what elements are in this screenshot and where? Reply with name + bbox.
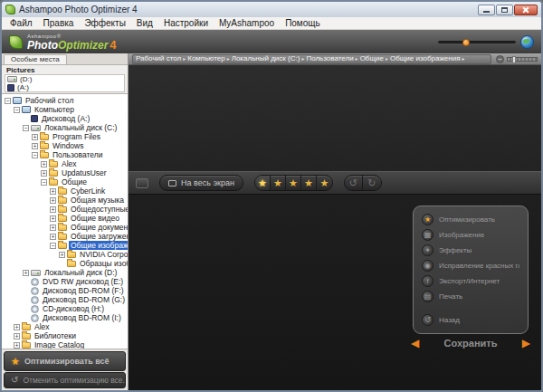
main-area: Рабочий стол▸Компьютер▸Локальный диск (C… [129, 53, 541, 390]
right-menu-item-effects[interactable]: ✦Эффекты [414, 243, 528, 258]
breadcrumb-item-1[interactable]: Компьютер [187, 54, 224, 63]
tree-expander-icon[interactable]: + [41, 170, 47, 177]
star-rating-button-5[interactable]: ★ [317, 175, 332, 191]
tree-expander-icon[interactable]: − [41, 179, 47, 186]
tree-item[interactable]: −Рабочий стол [2, 96, 128, 105]
globe-icon[interactable] [520, 35, 534, 49]
menu-item-0[interactable]: Файл [5, 17, 38, 30]
breadcrumb-arrow-icon: ▸ [386, 54, 388, 63]
tree-expander-icon[interactable]: − [5, 98, 11, 104]
breadcrumb-item-0[interactable]: Рабочий стол [136, 54, 181, 63]
rotate-right-button[interactable]: ↻ [363, 175, 381, 191]
right-menu-item-red-eye[interactable]: ◉Исправление красных глаз [414, 258, 528, 273]
tree-expander-icon[interactable]: − [50, 243, 56, 249]
tree-expander-icon[interactable]: + [50, 234, 56, 240]
tree-item[interactable]: +Локальный диск (D:) [2, 268, 128, 277]
tree-item[interactable]: +Image Catalog [2, 340, 128, 349]
breadcrumb-item-4[interactable]: Общие [360, 54, 384, 63]
breadcrumb-item-3[interactable]: Пользователи [306, 54, 353, 63]
tree-expander-icon[interactable]: + [50, 197, 56, 204]
fullscreen-button[interactable]: На весь экран [159, 175, 243, 191]
tree-expander-icon[interactable]: + [32, 134, 38, 140]
menu-item-5[interactable]: MyAshampoo [214, 17, 280, 30]
save-button[interactable]: Сохранить [444, 338, 498, 349]
tree-expander-icon[interactable]: + [50, 206, 56, 213]
tree-item[interactable]: +Alex [2, 159, 128, 168]
tree-expander-icon[interactable]: + [50, 188, 56, 195]
rotate-left-button[interactable]: ↺ [345, 175, 363, 191]
tree-item[interactable]: −Пользователи [2, 150, 128, 159]
star-rating-button-1[interactable]: ★ [255, 175, 271, 191]
tree-expander-icon[interactable]: + [41, 161, 47, 167]
tree-item[interactable]: +NVIDIA Corporation [2, 250, 128, 259]
tree-expander-icon[interactable]: + [50, 225, 56, 231]
tree-item[interactable]: DVD RW дисковод (E:) [2, 277, 128, 286]
tree-item[interactable]: +Библиотеки [2, 331, 128, 340]
image-mode-icon[interactable] [136, 178, 148, 188]
tab-special-places[interactable]: Особые места [4, 54, 67, 64]
tree-item[interactable]: −Локальный диск (C:) [2, 123, 128, 132]
tree-item[interactable]: −Общие изображения [2, 241, 128, 250]
folder-tree: −Рабочий стол−КомпьютерДисковод (A:)−Лок… [2, 94, 128, 349]
tree-item[interactable]: −Общие [2, 177, 128, 186]
tree-item[interactable]: Дисковод BD-ROM (I:) [2, 313, 128, 322]
zoom-slider-thumb[interactable] [512, 56, 516, 63]
tree-expander-icon[interactable]: − [14, 107, 20, 113]
previous-image-button[interactable]: ◀ [411, 338, 419, 349]
undo-all-button[interactable]: ↺ Отменить оптимизацию все... [4, 372, 126, 388]
favorite-item[interactable]: (D:) [7, 75, 122, 83]
tree-item[interactable]: +Windows [2, 141, 128, 150]
right-menu-item-export[interactable]: fЭкспорт/Интернет [414, 273, 528, 289]
right-menu-item-print[interactable]: ▤Печать [414, 289, 528, 304]
maximize-button[interactable] [496, 5, 513, 15]
tree-item[interactable]: +UpdatusUser [2, 168, 128, 177]
right-menu-label: Эффекты [439, 246, 472, 254]
menu-item-2[interactable]: Эффекты [79, 17, 130, 30]
tree-item[interactable]: Дисковод BD-ROM (G:) [2, 295, 128, 304]
tree-expander-icon[interactable]: + [50, 215, 56, 222]
tree-expander-icon[interactable]: + [23, 270, 29, 276]
tree-item[interactable]: Дисковод (A:) [2, 114, 128, 123]
tree-item[interactable]: +Общие загруженные [2, 232, 128, 241]
tree-item[interactable]: Дисковод BD-ROM (F:) [2, 286, 128, 295]
star-rating-button-2[interactable]: ★ [271, 175, 286, 191]
right-menu-item-star[interactable]: ★Оптимизировать [414, 212, 528, 227]
tree-item[interactable]: +Program Files [2, 132, 128, 141]
tree-expander-icon[interactable]: + [32, 143, 38, 149]
optimize-all-button[interactable]: ★ Оптимизировать всё [4, 351, 126, 371]
menu-item-3[interactable]: Вид [131, 17, 158, 30]
menu-item-4[interactable]: Настройки [158, 17, 214, 30]
tree-item[interactable]: +Alex [2, 322, 128, 331]
minimize-button[interactable] [478, 5, 495, 15]
tree-item[interactable]: −Компьютер [2, 105, 128, 114]
header-slider-thumb[interactable] [462, 39, 470, 46]
tree-expander-icon[interactable]: − [23, 125, 29, 131]
favorite-item[interactable]: (A:) [7, 83, 122, 91]
next-image-button[interactable]: ▶ [522, 338, 530, 349]
star-rating-button-4[interactable]: ★ [301, 175, 317, 191]
tree-item[interactable]: Образцы изобра... [2, 259, 128, 268]
close-button[interactable] [514, 5, 538, 15]
tree-expander-icon[interactable]: + [14, 342, 20, 349]
zoom-out-button[interactable]: − [496, 55, 504, 63]
tree-item[interactable]: +Общая музыка [2, 196, 128, 205]
folder-icon [58, 234, 67, 240]
tree-item[interactable]: +Общие документы [2, 223, 128, 232]
tree-expander-icon[interactable]: + [14, 333, 20, 339]
menu-item-1[interactable]: Правка [38, 17, 80, 30]
right-menu-item-image[interactable]: ▦Изображение [414, 227, 528, 243]
tree-item[interactable]: +CyberLink [2, 186, 128, 196]
right-menu-item-back[interactable]: ↺Назад [414, 312, 528, 328]
header-slider[interactable] [438, 41, 516, 43]
tree-item[interactable]: CD-дисковод (H:) [2, 304, 128, 313]
tree-expander-icon[interactable]: − [32, 152, 38, 158]
star-rating-button-3[interactable]: ★ [286, 175, 301, 191]
breadcrumb-item-5[interactable]: Общие изображения [390, 54, 461, 63]
tree-expander-icon[interactable]: + [14, 324, 20, 330]
tree-expander-icon[interactable]: + [59, 252, 65, 258]
tree-item[interactable]: +Общедоступные ТВ [2, 205, 128, 214]
menu-item-6[interactable]: Помощь [280, 17, 326, 30]
tree-item[interactable]: +Общие видео [2, 214, 128, 223]
zoom-slider[interactable] [507, 57, 538, 62]
breadcrumb-item-2[interactable]: Локальный диск (C:) [232, 54, 300, 63]
